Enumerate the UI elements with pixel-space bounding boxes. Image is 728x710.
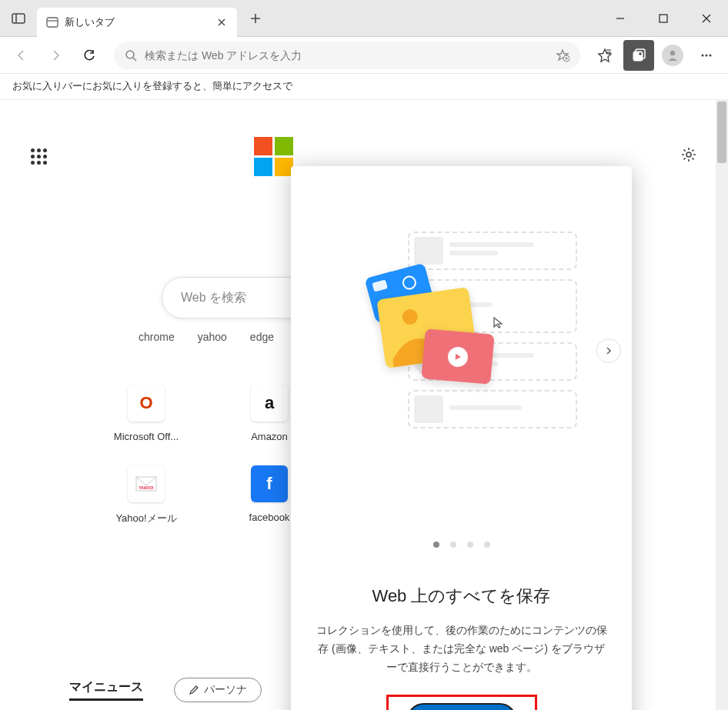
popover-carousel (291, 166, 632, 535)
titlebar-left: 新しいタブ (0, 0, 599, 37)
dot-1[interactable] (450, 542, 456, 548)
quicklink-chrome[interactable]: chrome (139, 331, 175, 343)
quicklink-yahoo[interactable]: yahoo (198, 331, 227, 343)
tab-actions-button[interactable] (0, 0, 37, 37)
tile-yahoo-mail[interactable]: YAHOO! Yahoo!メール (92, 465, 200, 525)
more-icon (700, 48, 713, 62)
menu-button[interactable] (691, 40, 722, 71)
star-icon (597, 48, 613, 63)
pencil-icon (189, 685, 199, 695)
onboarding-illustration (339, 224, 585, 478)
window-controls (599, 0, 728, 37)
next-button[interactable]: 次へ (407, 703, 516, 710)
page-settings-button[interactable] (680, 146, 697, 166)
close-icon (702, 14, 711, 23)
tile-label: Amazon (251, 431, 288, 442)
window-titlebar: 新しいタブ (0, 0, 728, 37)
apps-launcher-button[interactable] (31, 148, 47, 165)
avatar-icon (662, 45, 683, 66)
cursor-icon (493, 316, 505, 328)
svg-point-22 (401, 308, 419, 326)
new-tab-button[interactable] (243, 6, 268, 31)
svg-point-15 (706, 54, 708, 56)
popover-title: Web 上のすべてを保存 (372, 585, 551, 608)
tab-title: 新しいタブ (65, 15, 209, 29)
minimize-icon (616, 14, 625, 23)
microsoft-logo (254, 137, 293, 176)
popover-description: コレクションを使用して、後の作業のためにコンテンツの保存 (画像、テキスト、また… (291, 622, 632, 676)
refresh-button[interactable] (74, 40, 105, 71)
dot-2[interactable] (467, 542, 473, 548)
svg-point-6 (126, 51, 134, 58)
plus-icon (250, 13, 261, 24)
svg-rect-0 (12, 14, 25, 23)
carousel-next-button[interactable] (596, 338, 621, 363)
facebook-icon: f (251, 465, 288, 502)
illus-card-red (421, 328, 494, 385)
collections-icon (631, 48, 646, 63)
svg-rect-11 (633, 52, 643, 61)
amazon-icon: a (251, 385, 288, 422)
favorites-button[interactable] (589, 40, 620, 71)
personalize-button[interactable]: パーソナ (174, 678, 262, 702)
ntp-header (31, 146, 697, 166)
svg-rect-20 (372, 279, 387, 292)
minimize-button[interactable] (599, 0, 642, 37)
search-icon (125, 49, 137, 62)
forward-button[interactable] (40, 40, 71, 71)
browser-tab[interactable]: 新しいタブ (37, 8, 237, 37)
dot-0[interactable] (433, 542, 439, 548)
search-quicklinks: chrome yahoo edge (139, 331, 274, 343)
yahoo-mail-icon: YAHOO! (128, 465, 165, 502)
collections-button[interactable] (623, 40, 654, 71)
maximize-icon (659, 14, 668, 23)
dot-3[interactable] (484, 542, 490, 548)
favorites-bar: お気に入りバーにお気に入りを登録すると、簡単にアクセスで (0, 74, 728, 100)
forward-arrow-icon (48, 48, 62, 62)
back-arrow-icon (15, 48, 28, 62)
tile-label: facebook (249, 512, 290, 523)
quicklink-edge[interactable]: edge (250, 331, 274, 343)
personalize-label: パーソナ (204, 683, 247, 697)
svg-point-16 (710, 54, 712, 56)
svg-point-14 (702, 54, 704, 56)
carousel-dots (433, 542, 490, 548)
top-sites: O Microsoft Off... a Amazon YAHOO! Yahoo… (92, 385, 323, 525)
tab-close-button[interactable] (215, 16, 228, 28)
close-window-button[interactable] (685, 0, 728, 37)
tab-actions-icon (12, 12, 25, 25)
svg-line-7 (133, 58, 136, 61)
refresh-icon (82, 48, 96, 62)
tile-office[interactable]: O Microsoft Off... (92, 385, 200, 442)
address-bar[interactable] (114, 42, 580, 69)
tab-favicon-icon (46, 16, 58, 28)
page-content: Web を検索 chrome yahoo edge O Microsoft Of… (0, 100, 728, 710)
profile-button[interactable] (657, 40, 688, 71)
ntp-search-placeholder: Web を検索 (181, 290, 246, 306)
close-icon (218, 18, 225, 26)
office-icon: O (128, 385, 165, 422)
svg-point-17 (686, 152, 691, 157)
maximize-button[interactable] (642, 0, 685, 37)
svg-point-21 (402, 275, 417, 291)
my-news-tab[interactable]: マイニュース (69, 679, 143, 701)
popover-action-highlight: 次へ (386, 695, 537, 710)
omnibox-input[interactable] (145, 49, 548, 62)
gear-icon (680, 146, 697, 163)
svg-rect-5 (660, 15, 667, 22)
tile-label: Microsoft Off... (114, 431, 179, 442)
collections-onboarding-popover: Web 上のすべてを保存 コレクションを使用して、後の作業のためにコンテンツの保… (291, 166, 632, 710)
scrollbar-thumb[interactable] (717, 102, 726, 163)
svg-rect-2 (47, 18, 58, 27)
add-favorite-icon[interactable] (556, 48, 569, 62)
scrollbar[interactable] (716, 100, 728, 710)
browser-toolbar (0, 37, 728, 74)
back-button[interactable] (6, 40, 37, 71)
feed-header: マイニュース パーソナ (69, 678, 262, 702)
tile-label: Yahoo!メール (115, 512, 176, 525)
svg-text:YAHOO!: YAHOO! (139, 485, 154, 490)
favorites-hint: お気に入りバーにお気に入りを登録すると、簡単にアクセスで (12, 80, 292, 93)
chevron-right-icon (604, 346, 613, 355)
svg-point-13 (670, 50, 675, 55)
